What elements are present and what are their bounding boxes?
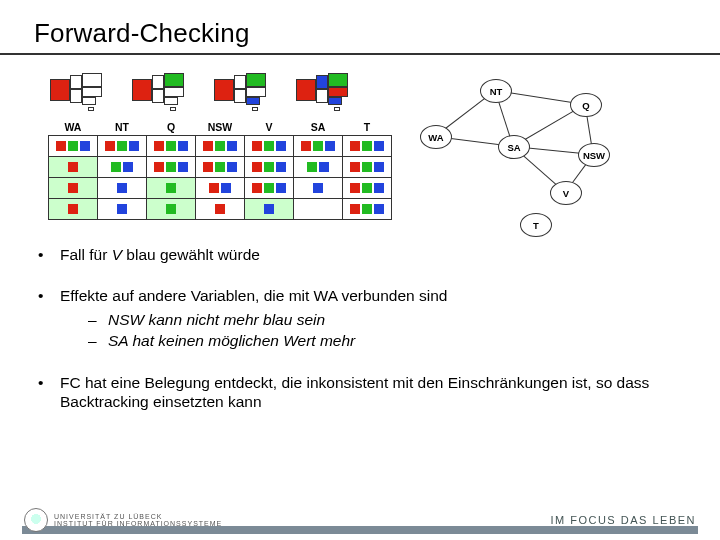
bullet-2: • Effekte auf andere Variablen, die mit …: [38, 286, 682, 350]
node-NT: NT: [480, 79, 512, 103]
domain-table: WANTQNSWVSAT: [48, 121, 392, 220]
map-state-4: [296, 71, 356, 111]
domain-cell-SA: [294, 136, 343, 157]
node-SA: SA: [498, 135, 530, 159]
domain-cell-NSW: [196, 157, 245, 178]
domain-cell-SA: [294, 157, 343, 178]
domain-cell-SA: [294, 178, 343, 199]
seal-icon: [24, 508, 48, 532]
node-V: V: [550, 181, 582, 205]
bullet-text: Fall für V blau gewählt würde: [60, 245, 260, 264]
domain-row: [49, 136, 392, 157]
domain-cell-WA: [49, 157, 98, 178]
footer-motto: IM FOCUS DAS LEBEN: [550, 514, 696, 526]
map-state-1: [50, 71, 110, 111]
col-Q: Q: [147, 121, 196, 136]
domain-row: [49, 157, 392, 178]
domain-cell-T: [343, 157, 392, 178]
domain-cell-V: [245, 199, 294, 220]
node-WA: WA: [420, 125, 452, 149]
col-SA: SA: [294, 121, 343, 136]
bullet-marker: •: [38, 373, 60, 412]
domains-figure: WANTQNSWVSAT: [44, 67, 392, 220]
bullet-text: Effekte auf andere Variablen, die mit WA…: [60, 286, 447, 350]
domain-cell-WA: [49, 178, 98, 199]
col-T: T: [343, 121, 392, 136]
sub-bullet: –NSW kann nicht mehr blau sein: [88, 310, 447, 329]
domain-cell-V: [245, 178, 294, 199]
title-rule: [0, 53, 720, 55]
map-sequence: [50, 71, 392, 111]
bullet-text: FC hat eine Belegung entdeckt, die inkon…: [60, 373, 682, 412]
domain-cell-T: [343, 178, 392, 199]
domain-cell-Q: [147, 199, 196, 220]
slide-footer: UNIVERSITÄT ZU LÜBECK INSTITUT FÜR INFOR…: [0, 500, 720, 540]
domain-cell-Q: [147, 178, 196, 199]
domain-cell-NSW: [196, 178, 245, 199]
university-logo: UNIVERSITÄT ZU LÜBECK INSTITUT FÜR INFOR…: [24, 508, 222, 532]
domain-cell-Q: [147, 157, 196, 178]
col-V: V: [245, 121, 294, 136]
bullet-list: • Fall für V blau gewählt würde • Effekt…: [38, 245, 682, 411]
domain-cell-Q: [147, 136, 196, 157]
domain-cell-NSW: [196, 199, 245, 220]
domain-cell-V: [245, 157, 294, 178]
sub-bullet: –SA hat keinen möglichen Wert mehr: [88, 331, 447, 350]
domain-cell-NT: [98, 136, 147, 157]
domain-row: [49, 178, 392, 199]
col-NSW: NSW: [196, 121, 245, 136]
map-state-2: [132, 71, 192, 111]
figure-row: WANTQNSWVSAT WANTQSANSWVT: [44, 67, 692, 223]
domain-cell-WA: [49, 199, 98, 220]
bullet-marker: •: [38, 286, 60, 350]
domain-cell-WA: [49, 136, 98, 157]
domain-cell-T: [343, 199, 392, 220]
col-NT: NT: [98, 121, 147, 136]
domain-cell-SA: [294, 199, 343, 220]
map-state-3: [214, 71, 274, 111]
domain-cell-NT: [98, 178, 147, 199]
slide-title: Forward-Checking: [34, 18, 692, 49]
col-WA: WA: [49, 121, 98, 136]
domain-row: [49, 199, 392, 220]
node-NSW: NSW: [578, 143, 610, 167]
node-Q: Q: [570, 93, 602, 117]
domain-cell-T: [343, 136, 392, 157]
domain-cell-V: [245, 136, 294, 157]
bullet-1: • Fall für V blau gewählt würde: [38, 245, 682, 264]
domain-cell-NT: [98, 157, 147, 178]
constraint-graph: WANTQSANSWVT: [420, 73, 620, 223]
domain-cell-NT: [98, 199, 147, 220]
node-T: T: [520, 213, 552, 237]
domain-cell-NSW: [196, 136, 245, 157]
bullet-3: • FC hat eine Belegung entdeckt, die ink…: [38, 373, 682, 412]
bullet-marker: •: [38, 245, 60, 264]
